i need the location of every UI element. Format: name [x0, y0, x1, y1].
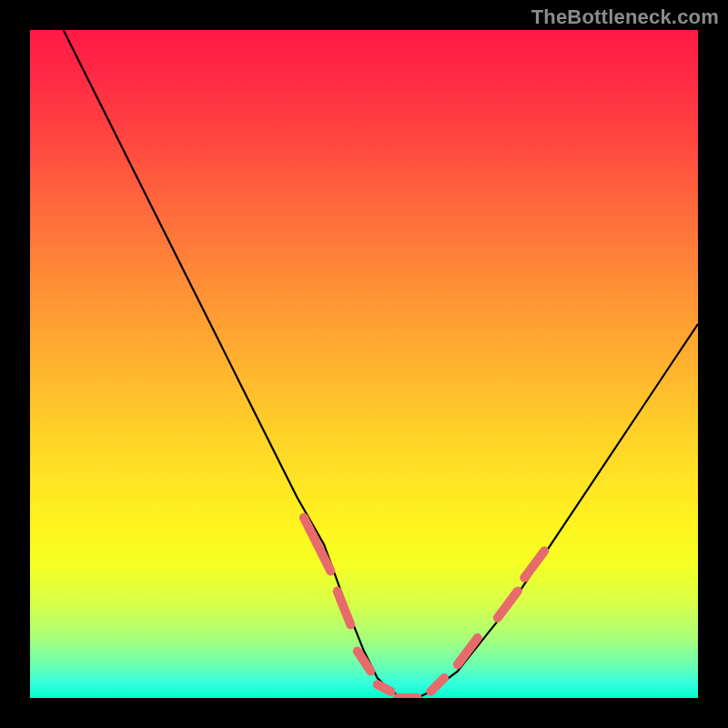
dash-segment [458, 638, 478, 664]
bottleneck-curve [64, 30, 698, 698]
chart-plot-area [30, 30, 698, 698]
dash-segment [338, 592, 351, 625]
dash-segment [304, 518, 330, 571]
dash-segment [430, 678, 444, 692]
chart-svg [30, 30, 698, 698]
watermark-text: TheBottleneck.com [531, 5, 719, 29]
dash-segment [524, 551, 544, 578]
dash-segment [498, 592, 518, 618]
dash-segment [378, 684, 391, 691]
dash-segment [358, 652, 371, 672]
highlight-dashes [304, 518, 544, 698]
